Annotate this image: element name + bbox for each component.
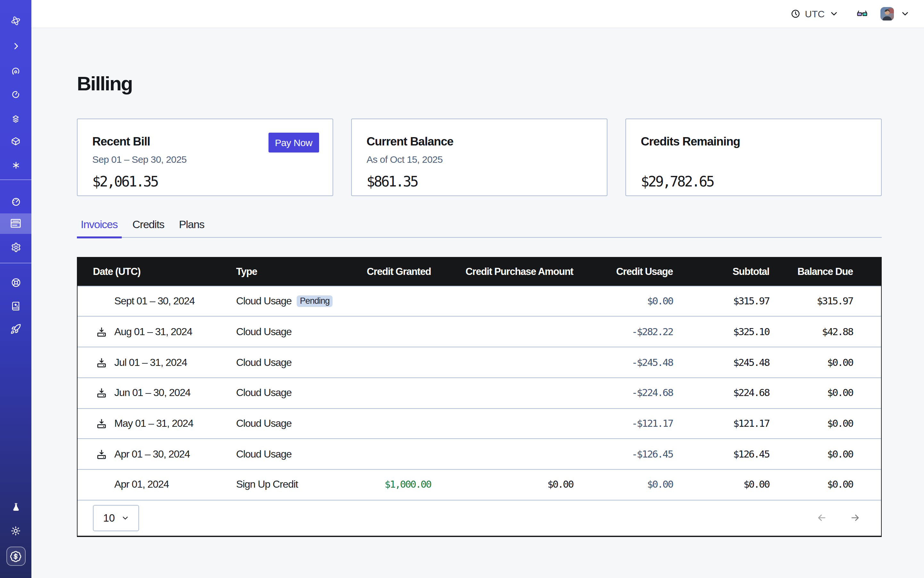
credit-purchase-value: $0.00 bbox=[431, 479, 573, 490]
balance-due-value: $0.00 bbox=[769, 418, 881, 429]
col-type: Type bbox=[236, 266, 334, 277]
invoice-type: Cloud Usage bbox=[236, 295, 292, 307]
next-page-button[interactable] bbox=[850, 513, 861, 524]
balance-due-value: $315.97 bbox=[769, 295, 881, 307]
subtotal-value: $126.45 bbox=[673, 448, 769, 460]
type-cell: Cloud Usage bbox=[236, 418, 334, 429]
chevron-down-icon bbox=[122, 514, 130, 523]
billing-tabs: Invoices Credits Plans bbox=[77, 217, 882, 237]
table-row: Aug 01 – 31, 2024 Cloud Usage -$282.22 $… bbox=[78, 316, 881, 347]
sidebar-item-billing[interactable] bbox=[0, 219, 31, 228]
table-row: Jul 01 – 31, 2024 Cloud Usage -$245.48 $… bbox=[78, 347, 881, 377]
avatar[interactable] bbox=[880, 7, 894, 21]
type-cell: Cloud Usage bbox=[236, 448, 334, 460]
credit-usage-value: -$126.45 bbox=[573, 448, 673, 460]
table-row: Apr 01, 2024 Sign Up Credit $1,000.00 $0… bbox=[78, 469, 881, 500]
col-credit-granted: Credit Granted bbox=[334, 266, 431, 277]
sidebar-item-pricing[interactable] bbox=[6, 547, 25, 566]
table-row: Apr 01 – 30, 2024 Cloud Usage -$126.45 $… bbox=[78, 438, 881, 469]
page-title: Billing bbox=[77, 72, 132, 96]
col-credit-purchase: Credit Purchase Amount bbox=[431, 266, 573, 277]
sidebar-item-settings[interactable] bbox=[0, 242, 31, 252]
previous-page-button[interactable] bbox=[816, 513, 827, 524]
table-row: May 01 – 31, 2024 Cloud Usage -$121.17 $… bbox=[78, 408, 881, 438]
type-cell: Cloud Usage bbox=[236, 326, 334, 338]
balance-due-value: $42.88 bbox=[769, 326, 881, 338]
invoice-date: Sept 01 – 30, 2024 bbox=[78, 295, 236, 307]
logo-orbit-icon[interactable] bbox=[0, 16, 31, 26]
card-amount: $861.35 bbox=[367, 173, 593, 191]
credit-usage-value: -$245.48 bbox=[573, 357, 673, 368]
col-balance-due: Balance Due bbox=[769, 266, 881, 277]
card-title: Current Balance bbox=[367, 133, 593, 149]
table-row: Sept 01 – 30, 2024 Cloud UsagePending $0… bbox=[78, 286, 881, 316]
credit-usage-value: -$121.17 bbox=[573, 418, 673, 429]
invoice-type: Cloud Usage bbox=[236, 326, 292, 338]
download-invoice-icon[interactable] bbox=[96, 326, 107, 338]
download-invoice-icon[interactable] bbox=[96, 418, 107, 429]
card-title: Credits Remaining bbox=[641, 133, 867, 149]
invoice-date: Apr 01, 2024 bbox=[78, 479, 236, 490]
page-size-value: 10 bbox=[103, 512, 115, 524]
credit-usage-value: $0.00 bbox=[573, 295, 673, 307]
subtotal-value: $121.17 bbox=[673, 418, 769, 429]
table-header: Date (UTC) Type Credit Granted Credit Pu… bbox=[78, 257, 881, 286]
col-date: Date (UTC) bbox=[78, 266, 236, 277]
sidebar-divider bbox=[0, 262, 31, 263]
recent-bill-card: Recent Bill Sep 01 – Sep 30, 2025 $2,061… bbox=[77, 119, 333, 196]
main-content: Billing Recent Bill Sep 01 – Sep 30, 202… bbox=[31, 29, 924, 578]
tab-plans[interactable]: Plans bbox=[175, 217, 208, 237]
type-cell: Cloud UsagePending bbox=[236, 295, 334, 307]
clock-icon bbox=[791, 9, 801, 19]
timezone-selector[interactable]: UTC bbox=[791, 8, 839, 19]
sidebar-item-usage[interactable] bbox=[0, 197, 31, 207]
subtotal-value: $245.48 bbox=[673, 357, 769, 368]
credits-remaining-card: Credits Remaining $29,782.65 bbox=[625, 119, 882, 196]
sidebar-item-getting-started[interactable] bbox=[0, 324, 31, 334]
type-cell: Sign Up Credit bbox=[236, 479, 334, 490]
card-as-of: As of Oct 15, 2025 bbox=[367, 153, 593, 166]
subtotal-value: $0.00 bbox=[673, 479, 769, 490]
download-invoice-icon[interactable] bbox=[96, 387, 107, 398]
subtotal-value: $325.10 bbox=[673, 326, 769, 338]
topbar: UTC bbox=[31, 0, 924, 28]
credit-usage-value: -$224.68 bbox=[573, 387, 673, 399]
pay-now-button[interactable]: Pay Now bbox=[268, 132, 319, 153]
balance-due-value: $0.00 bbox=[769, 387, 881, 399]
download-invoice-icon[interactable] bbox=[96, 357, 107, 368]
tab-credits[interactable]: Credits bbox=[128, 217, 168, 237]
sidebar-item-theme[interactable] bbox=[0, 526, 31, 536]
sidebar-item-support[interactable] bbox=[0, 278, 31, 288]
sidebar-item-monitoring[interactable] bbox=[0, 67, 31, 76]
subtotal-value: $315.97 bbox=[673, 295, 769, 307]
billing-page: UTC bbox=[0, 0, 924, 578]
sidebar-item-integrations[interactable] bbox=[0, 137, 31, 146]
sidebar-item-data[interactable] bbox=[0, 114, 31, 123]
timezone-label: UTC bbox=[805, 8, 825, 19]
sidebar-item-query-history[interactable] bbox=[0, 90, 31, 99]
chevron-down-icon bbox=[829, 9, 839, 19]
page-size-select[interactable]: 10 bbox=[93, 505, 139, 531]
current-balance-card: Current Balance As of Oct 15, 2025 $861.… bbox=[351, 119, 607, 196]
sidebar-item-labs[interactable] bbox=[0, 502, 31, 513]
invoice-type: Sign Up Credit bbox=[236, 479, 298, 490]
credit-usage-value: $0.00 bbox=[573, 479, 673, 490]
tab-invoices[interactable]: Invoices bbox=[77, 217, 122, 237]
reader-mode-toggle[interactable] bbox=[857, 8, 867, 19]
card-amount: $2,061.35 bbox=[92, 173, 318, 191]
col-subtotal: Subtotal bbox=[673, 266, 769, 277]
type-cell: Cloud Usage bbox=[236, 387, 334, 399]
sidebar-item-docs[interactable] bbox=[0, 301, 31, 310]
chevron-down-icon bbox=[900, 9, 910, 19]
card-period: Sep 01 – Sep 30, 2025 bbox=[92, 153, 318, 166]
invoice-type: Cloud Usage bbox=[236, 387, 292, 399]
sidebar-item-api-keys[interactable] bbox=[0, 161, 31, 169]
credit-granted-value: $1,000.00 bbox=[334, 479, 431, 490]
table-row: Jun 01 – 30, 2024 Cloud Usage -$224.68 $… bbox=[78, 377, 881, 408]
download-invoice-icon[interactable] bbox=[96, 448, 107, 459]
table-pagination: 10 bbox=[78, 500, 881, 536]
balance-due-value: $0.00 bbox=[769, 357, 881, 368]
sidebar-expand-icon[interactable] bbox=[0, 42, 31, 51]
credit-usage-value: -$282.22 bbox=[573, 326, 673, 338]
user-menu[interactable] bbox=[900, 9, 910, 19]
